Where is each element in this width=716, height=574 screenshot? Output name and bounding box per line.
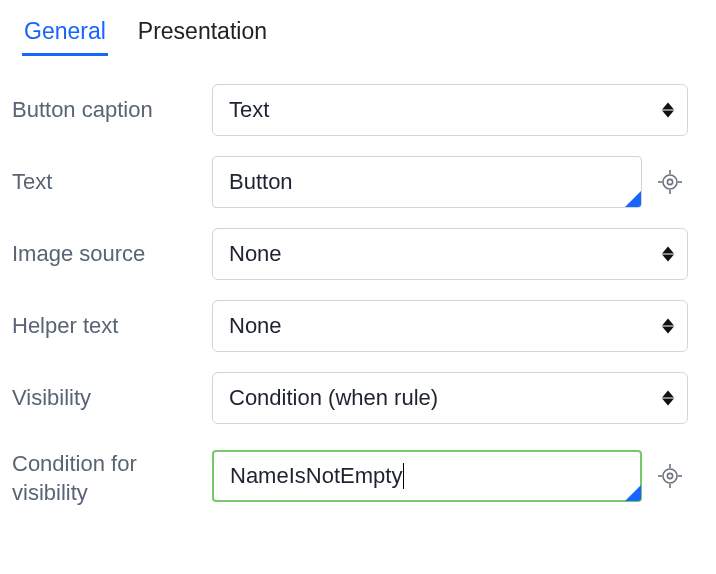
target-icon[interactable] (657, 169, 683, 195)
button-caption-select[interactable]: Text (212, 84, 688, 136)
svg-point-1 (667, 179, 672, 184)
updown-icon (662, 391, 674, 406)
image-source-value: None (229, 241, 282, 267)
svg-point-6 (663, 469, 677, 483)
label-visibility: Visibility (12, 384, 202, 413)
target-icon[interactable] (657, 463, 683, 489)
label-text: Text (12, 168, 202, 197)
visibility-value: Condition (when rule) (229, 385, 438, 411)
updown-icon (662, 103, 674, 118)
visibility-select[interactable]: Condition (when rule) (212, 372, 688, 424)
text-value: Button (229, 169, 293, 195)
helper-text-value: None (229, 313, 282, 339)
form: Button caption Text Text Button Image so… (12, 84, 688, 507)
label-button-caption: Button caption (12, 96, 202, 125)
button-caption-value: Text (229, 97, 269, 123)
condition-for-visibility-input[interactable]: NameIsNotEmpty (212, 450, 642, 502)
text-caret-icon (403, 463, 404, 489)
label-image-source: Image source (12, 240, 202, 269)
updown-icon (662, 319, 674, 334)
tab-presentation[interactable]: Presentation (136, 16, 269, 56)
image-source-select[interactable]: None (212, 228, 688, 280)
helper-text-select[interactable]: None (212, 300, 688, 352)
svg-point-0 (663, 175, 677, 189)
label-helper-text: Helper text (12, 312, 202, 341)
tab-general[interactable]: General (22, 16, 108, 56)
tab-bar: General Presentation (12, 16, 688, 56)
svg-point-7 (667, 473, 672, 478)
updown-icon (662, 247, 674, 262)
condition-for-visibility-value: NameIsNotEmpty (230, 463, 402, 489)
label-condition-for-visibility: Condition for visibility (12, 444, 202, 507)
text-input[interactable]: Button (212, 156, 642, 208)
